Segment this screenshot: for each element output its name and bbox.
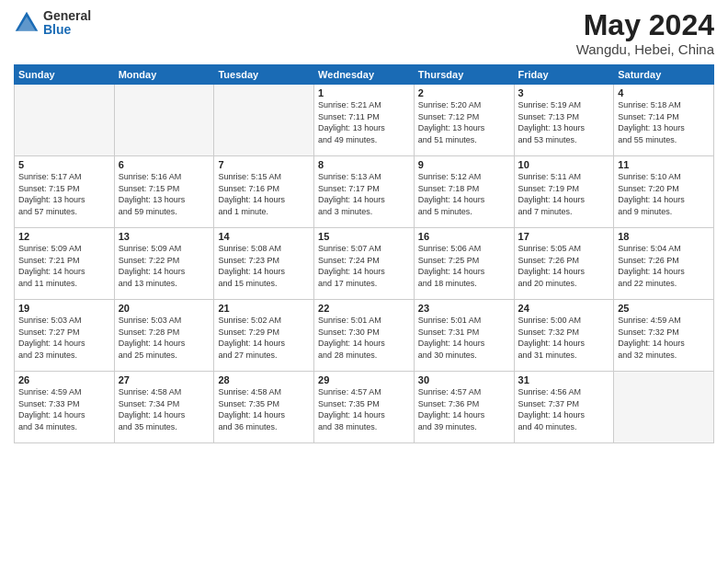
day-number: 10 [518,159,610,170]
calendar-cell: 22Sunrise: 5:01 AM Sunset: 7:30 PM Dayli… [314,300,415,372]
day-info: Sunrise: 5:05 AM Sunset: 7:26 PM Dayligh… [518,243,610,289]
day-info: Sunrise: 5:19 AM Sunset: 7:13 PM Dayligh… [518,99,610,145]
day-info: Sunrise: 5:12 AM Sunset: 7:18 PM Dayligh… [418,171,510,217]
day-number: 29 [318,374,410,385]
day-info: Sunrise: 5:17 AM Sunset: 7:15 PM Dayligh… [18,171,110,217]
day-number: 20 [119,303,210,314]
calendar-cell: 2Sunrise: 5:20 AM Sunset: 7:12 PM Daylig… [414,85,514,156]
day-number: 5 [18,159,110,170]
day-number: 22 [318,303,410,314]
logo: General Blue [14,9,91,38]
day-info: Sunrise: 5:20 AM Sunset: 7:12 PM Dayligh… [418,99,510,145]
calendar-week-3: 12Sunrise: 5:09 AM Sunset: 7:21 PM Dayli… [15,228,714,300]
day-number: 19 [18,303,110,314]
calendar-cell: 12Sunrise: 5:09 AM Sunset: 7:21 PM Dayli… [15,228,115,300]
calendar-cell: 31Sunrise: 4:56 AM Sunset: 7:37 PM Dayli… [514,372,614,443]
calendar-cell: 4Sunrise: 5:18 AM Sunset: 7:14 PM Daylig… [614,85,714,156]
calendar-cell: 11Sunrise: 5:10 AM Sunset: 7:20 PM Dayli… [614,156,714,228]
day-number: 11 [618,159,710,170]
day-number: 15 [318,231,410,242]
logo-general-text: General [43,9,91,23]
day-info: Sunrise: 5:00 AM Sunset: 7:32 PM Dayligh… [518,315,610,361]
calendar-cell [214,85,314,156]
day-info: Sunrise: 4:58 AM Sunset: 7:34 PM Dayligh… [119,386,210,432]
day-number: 16 [418,231,510,242]
logo-text: General Blue [43,9,91,38]
day-number: 18 [618,231,710,242]
day-info: Sunrise: 4:57 AM Sunset: 7:35 PM Dayligh… [318,386,410,432]
day-number: 27 [119,374,210,385]
day-number: 2 [418,87,510,98]
calendar-cell [114,85,214,156]
day-number: 21 [218,303,310,314]
calendar-cell: 23Sunrise: 5:01 AM Sunset: 7:31 PM Dayli… [414,300,514,372]
header-tuesday: Tuesday [214,65,314,85]
day-info: Sunrise: 4:56 AM Sunset: 7:37 PM Dayligh… [518,386,610,432]
day-info: Sunrise: 5:06 AM Sunset: 7:25 PM Dayligh… [418,243,510,289]
calendar-cell: 16Sunrise: 5:06 AM Sunset: 7:25 PM Dayli… [414,228,514,300]
title-block: May 2024 Wangdu, Hebei, China [576,9,714,57]
day-number: 3 [518,87,610,98]
day-info: Sunrise: 5:03 AM Sunset: 7:27 PM Dayligh… [18,315,110,361]
calendar-cell: 10Sunrise: 5:11 AM Sunset: 7:19 PM Dayli… [514,156,614,228]
day-info: Sunrise: 5:11 AM Sunset: 7:19 PM Dayligh… [518,171,610,217]
day-info: Sunrise: 4:59 AM Sunset: 7:32 PM Dayligh… [618,315,710,361]
calendar-week-1: 1Sunrise: 5:21 AM Sunset: 7:11 PM Daylig… [15,85,714,156]
day-number: 30 [418,374,510,385]
day-info: Sunrise: 5:21 AM Sunset: 7:11 PM Dayligh… [318,99,410,145]
calendar-cell: 24Sunrise: 5:00 AM Sunset: 7:32 PM Dayli… [514,300,614,372]
calendar-cell: 15Sunrise: 5:07 AM Sunset: 7:24 PM Dayli… [314,228,415,300]
header: General Blue May 2024 Wangdu, Hebei, Chi… [14,9,714,57]
page: General Blue May 2024 Wangdu, Hebei, Chi… [0,0,728,563]
calendar-week-2: 5Sunrise: 5:17 AM Sunset: 7:15 PM Daylig… [15,156,714,228]
day-number: 17 [518,231,610,242]
calendar-cell [614,372,714,443]
calendar-week-5: 26Sunrise: 4:59 AM Sunset: 7:33 PM Dayli… [15,372,714,443]
calendar-cell: 30Sunrise: 4:57 AM Sunset: 7:36 PM Dayli… [414,372,514,443]
day-number: 25 [618,303,710,314]
calendar-cell: 29Sunrise: 4:57 AM Sunset: 7:35 PM Dayli… [314,372,415,443]
day-number: 8 [318,159,410,170]
day-number: 4 [618,87,710,98]
calendar-cell: 28Sunrise: 4:58 AM Sunset: 7:35 PM Dayli… [214,372,314,443]
calendar-cell: 1Sunrise: 5:21 AM Sunset: 7:11 PM Daylig… [314,85,415,156]
calendar-cell: 27Sunrise: 4:58 AM Sunset: 7:34 PM Dayli… [114,372,214,443]
calendar-header-row: Sunday Monday Tuesday Wednesday Thursday… [15,65,714,85]
day-info: Sunrise: 5:01 AM Sunset: 7:31 PM Dayligh… [418,315,510,361]
logo-icon [14,10,40,36]
day-info: Sunrise: 5:03 AM Sunset: 7:28 PM Dayligh… [119,315,210,361]
day-info: Sunrise: 4:58 AM Sunset: 7:35 PM Dayligh… [218,386,310,432]
calendar-cell: 13Sunrise: 5:09 AM Sunset: 7:22 PM Dayli… [114,228,214,300]
calendar-table: Sunday Monday Tuesday Wednesday Thursday… [14,64,714,443]
day-number: 26 [18,374,110,385]
day-info: Sunrise: 5:08 AM Sunset: 7:23 PM Dayligh… [218,243,310,289]
day-number: 6 [119,159,210,170]
header-sunday: Sunday [15,65,115,85]
calendar-cell: 19Sunrise: 5:03 AM Sunset: 7:27 PM Dayli… [15,300,115,372]
calendar-cell: 17Sunrise: 5:05 AM Sunset: 7:26 PM Dayli… [514,228,614,300]
header-wednesday: Wednesday [314,65,415,85]
day-number: 14 [218,231,310,242]
day-number: 1 [318,87,410,98]
calendar-cell: 25Sunrise: 4:59 AM Sunset: 7:32 PM Dayli… [614,300,714,372]
header-thursday: Thursday [414,65,514,85]
day-info: Sunrise: 5:07 AM Sunset: 7:24 PM Dayligh… [318,243,410,289]
day-number: 24 [518,303,610,314]
calendar-cell: 9Sunrise: 5:12 AM Sunset: 7:18 PM Daylig… [414,156,514,228]
header-saturday: Saturday [614,65,714,85]
day-info: Sunrise: 5:09 AM Sunset: 7:21 PM Dayligh… [18,243,110,289]
calendar-cell: 26Sunrise: 4:59 AM Sunset: 7:33 PM Dayli… [15,372,115,443]
day-info: Sunrise: 5:15 AM Sunset: 7:16 PM Dayligh… [218,171,310,217]
day-number: 7 [218,159,310,170]
calendar-title: May 2024 [576,9,714,41]
calendar-cell: 5Sunrise: 5:17 AM Sunset: 7:15 PM Daylig… [15,156,115,228]
day-number: 31 [518,374,610,385]
day-info: Sunrise: 5:04 AM Sunset: 7:26 PM Dayligh… [618,243,710,289]
day-info: Sunrise: 5:16 AM Sunset: 7:15 PM Dayligh… [119,171,210,217]
calendar-cell [15,85,115,156]
day-info: Sunrise: 5:18 AM Sunset: 7:14 PM Dayligh… [618,99,710,145]
day-info: Sunrise: 4:59 AM Sunset: 7:33 PM Dayligh… [18,386,110,432]
calendar-cell: 21Sunrise: 5:02 AM Sunset: 7:29 PM Dayli… [214,300,314,372]
calendar-cell: 18Sunrise: 5:04 AM Sunset: 7:26 PM Dayli… [614,228,714,300]
header-friday: Friday [514,65,614,85]
